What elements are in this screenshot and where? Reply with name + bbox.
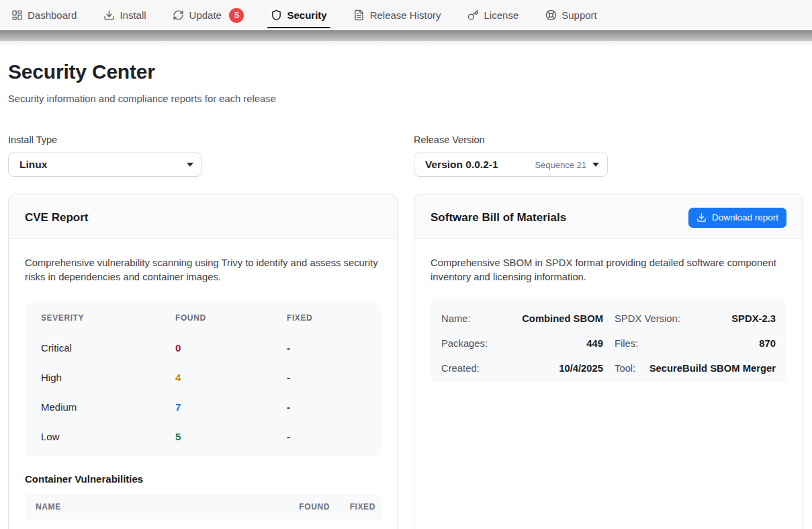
sbom-detail-cell: Tool:SecureBuild SBOM Merger	[608, 356, 786, 380]
sbom-detail-cell: Created:10/4/2025	[431, 356, 608, 380]
severity-fixed-count: -	[287, 342, 365, 354]
sbom-card-title: Software Bill of Materials	[431, 211, 566, 225]
nav-tab-label: Dashboard	[28, 9, 77, 21]
severity-fixed-count: -	[287, 372, 365, 383]
sbom-detail-cell: Files:870	[608, 331, 786, 356]
install-type-value: Linux	[19, 159, 47, 171]
sbom-detail-cell: Name:Combined SBOM	[431, 306, 608, 331]
sbom-detail-label: SPDX Version:	[615, 313, 680, 324]
severity-row-low: Low5-	[25, 421, 381, 451]
container-vulnerabilities-title: Container Vulnerabilities	[25, 473, 381, 486]
container-table-header: NAMEFOUNDFIXED	[25, 494, 381, 520]
nav-tab-license[interactable]: License	[464, 0, 522, 30]
nav-tab-label: Security	[287, 9, 326, 21]
page-title: Security Center	[8, 60, 803, 83]
container-column-header: FOUND	[289, 502, 330, 512]
cve-description: Comprehensive vulnerability scanning usi…	[25, 256, 381, 284]
nav-tab-label: Install	[120, 9, 146, 21]
nav-tab-label: Release History	[370, 9, 441, 21]
sbom-description: Comprehensive SBOM in SPDX format provid…	[431, 256, 786, 284]
sbom-detail-cell: SPDX Version:SPDX-2.3	[608, 306, 786, 331]
sbom-detail-value: Combined SBOM	[471, 313, 603, 324]
release-version-select[interactable]: Version 0.0.2-1 Sequence 21	[414, 153, 608, 177]
sbom-detail-cell: Packages:449	[431, 331, 608, 356]
sbom-detail-value: SPDX-2.3	[680, 313, 776, 324]
severity-label: Critical	[41, 342, 175, 354]
sbom-detail-label: Tool:	[615, 363, 635, 374]
severity-found-count: 0	[175, 342, 287, 354]
download-report-label: Download report	[712, 212, 778, 222]
filters-row: Install Type Linux Release Version Versi…	[8, 134, 803, 177]
sbom-detail-value: 870	[638, 338, 776, 349]
container-column-header: NAME	[36, 502, 289, 512]
severity-column-header: FOUND	[175, 313, 287, 323]
dashboard-grid-icon	[11, 9, 23, 21]
caret-down-icon	[592, 163, 599, 167]
nav-tab-update[interactable]: Update5	[169, 0, 247, 30]
sbom-detail-label: Name:	[441, 313, 471, 324]
page-subtitle: Security information and compliance repo…	[8, 92, 803, 106]
nav-tab-dashboard[interactable]: Dashboard	[8, 0, 81, 30]
license-key-icon	[467, 9, 479, 21]
support-lifebuoy-icon	[545, 9, 557, 21]
severity-column-header: SEVERITY	[41, 313, 175, 323]
severity-fixed-count: -	[287, 401, 365, 413]
nav-tab-label: Update	[189, 9, 222, 21]
sbom-detail-label: Packages:	[441, 338, 488, 349]
install-type-label: Install Type	[8, 134, 398, 146]
install-type-select[interactable]: Linux	[8, 153, 202, 177]
severity-column-header: FIXED	[287, 313, 365, 323]
release-history-file-icon	[353, 9, 365, 21]
severity-label: Medium	[41, 401, 175, 413]
top-navigation: DashboardInstallUpdate5SecurityRelease H…	[0, 0, 812, 30]
nav-tab-security[interactable]: Security	[267, 0, 330, 30]
cve-card-title: CVE Report	[25, 211, 88, 225]
header-divider-fade	[0, 41, 812, 46]
sbom-detail-value: 449	[488, 338, 603, 349]
severity-found-count: 5	[175, 431, 287, 442]
container-column-header: FIXED	[335, 502, 375, 512]
sbom-detail-row: Name:Combined SBOMSPDX Version:SPDX-2.3	[431, 306, 786, 331]
sbom-detail-value: SecureBuild SBOM Merger	[635, 363, 776, 374]
main-content: Security Center Security information and…	[0, 60, 812, 529]
install-download-icon	[103, 9, 115, 21]
caret-down-icon	[187, 163, 193, 167]
sbom-card: Software Bill of Materials Download repo…	[414, 194, 803, 529]
severity-table: SEVERITYFOUNDFIXEDCritical0-High4-Medium…	[25, 303, 381, 456]
container-vulnerabilities-table: NAMEFOUNDFIXED	[25, 494, 381, 520]
sbom-detail-label: Created:	[441, 363, 480, 374]
install-type-filter: Install Type Linux	[8, 134, 398, 177]
sbom-detail-row: Created:10/4/2025Tool:SecureBuild SBOM M…	[431, 356, 786, 380]
download-icon	[696, 212, 707, 222]
severity-label: High	[41, 372, 175, 383]
update-count-badge: 5	[229, 8, 244, 23]
nav-tab-release-history[interactable]: Release History	[350, 0, 444, 30]
severity-row-medium: Medium7-	[25, 392, 381, 421]
sbom-detail-label: Files:	[615, 338, 638, 349]
severity-row-high: High4-	[25, 362, 381, 392]
cve-card-body: Comprehensive vulnerability scanning usi…	[9, 239, 397, 529]
cve-card-header: CVE Report	[9, 194, 397, 239]
sbom-detail-value: 10/4/2025	[480, 363, 603, 374]
nav-tab-label: License	[484, 9, 519, 21]
sbom-details-table: Name:Combined SBOMSPDX Version:SPDX-2.3P…	[431, 299, 786, 382]
cve-report-card: CVE Report Comprehensive vulnerability s…	[8, 194, 398, 529]
nav-tab-label: Support	[561, 9, 597, 21]
nav-tab-support[interactable]: Support	[542, 0, 600, 30]
severity-table-header-row: SEVERITYFOUNDFIXED	[25, 303, 381, 333]
severity-found-count: 7	[175, 401, 287, 413]
sbom-card-body: Comprehensive SBOM in SPDX format provid…	[414, 239, 803, 399]
sbom-detail-row: Packages:449Files:870	[431, 331, 786, 356]
header-divider-band	[0, 30, 812, 41]
severity-fixed-count: -	[287, 431, 365, 442]
update-refresh-icon	[173, 9, 184, 21]
severity-row-critical: Critical0-	[25, 333, 381, 362]
security-shield-icon	[271, 9, 282, 21]
severity-label: Low	[41, 431, 175, 442]
sbom-card-header: Software Bill of Materials Download repo…	[414, 194, 803, 239]
download-report-button[interactable]: Download report	[688, 208, 786, 228]
nav-tab-install[interactable]: Install	[100, 0, 150, 30]
release-version-label: Release Version	[414, 134, 803, 146]
release-version-sequence: Sequence 21	[535, 160, 586, 170]
release-version-value: Version 0.0.2-1	[425, 159, 498, 171]
